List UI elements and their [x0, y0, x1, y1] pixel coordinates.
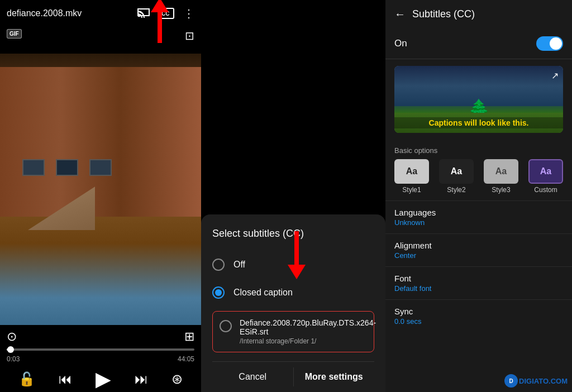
alignment-key: Alignment [394, 241, 563, 250]
subtitle-filename: Defiance.2008.720p.BluRay.DTS.x264-ESiR.… [240, 318, 376, 336]
dialog-panel: Select subtitles (CC) Off Closed caption… [201, 0, 385, 392]
playback-controls: 🔓 ⏮ ▶ ⏭ ⊛ [7, 367, 194, 391]
progress-thumb [7, 346, 14, 353]
subtitle-path: /Internal storage/Folder 1/ [240, 337, 376, 345]
screenshot-icon[interactable]: ⊙ [7, 329, 17, 344]
closed-caption-option[interactable]: Closed caption [212, 279, 374, 307]
watermark-text: DIGIATO.COM [519, 377, 568, 385]
font-row[interactable]: Font Default font [385, 266, 572, 299]
off-label: Off [233, 260, 245, 270]
style2-box: Aa [439, 159, 474, 184]
cc-arrow-indicator [151, 0, 169, 43]
time-row: 0:03 44:05 [7, 355, 194, 363]
custom-label: Custom [534, 186, 557, 194]
preview-caption-text: Captions will look like this. [394, 117, 563, 128]
expand-icon[interactable]: ↗ [551, 70, 559, 81]
languages-row[interactable]: Languages Unknown [385, 200, 572, 233]
style3-box: Aa [484, 159, 518, 184]
settings-panel: ← Subtitles (CC) On 🌲 Captions will look… [385, 0, 572, 392]
cancel-button[interactable]: Cancel [212, 362, 293, 392]
sync-row[interactable]: Sync 0.0 secs [385, 299, 572, 332]
closed-caption-label: Closed caption [233, 288, 293, 298]
subtitle-file-option[interactable]: Defiance.2008.720p.BluRay.DTS.x264-ESiR.… [212, 311, 374, 352]
dialog-actions: Cancel More settings [212, 361, 374, 392]
settings-title: Subtitles (CC) [412, 8, 475, 20]
alignment-row[interactable]: Alignment Center [385, 233, 572, 266]
languages-key: Languages [394, 208, 563, 217]
video-controls: ⊙ ⊞ 0:03 44:05 🔓 ⏮ ▶ ⏭ ⊛ [0, 325, 201, 392]
sync-key: Sync [394, 307, 563, 316]
more-options-button[interactable]: ⋮ [183, 7, 194, 20]
skip-forward-icon[interactable]: ⏭ [135, 371, 148, 387]
style1-label: Style1 [402, 186, 421, 194]
style-grid: Aa Style1 Aa Style2 Aa Style3 Aa Custom [385, 159, 572, 200]
custom-box: Aa [528, 159, 563, 184]
on-toggle-switch[interactable] [536, 36, 563, 51]
screen-fit-icon[interactable]: ⊡ [185, 29, 194, 42]
lock-icon[interactable]: 🔓 [18, 371, 35, 387]
sync-value: 0.0 secs [394, 317, 563, 326]
watermark: D DIGIATO.COM [504, 374, 568, 388]
style3-option[interactable]: Aa Style3 [484, 159, 518, 194]
video-title: defiance.2008.mkv [7, 8, 137, 18]
pip-icon[interactable]: ⊞ [184, 329, 194, 344]
on-toggle-row[interactable]: On [385, 28, 572, 59]
caption-preview-box: 🌲 Captions will look like this. ↗ [394, 66, 563, 133]
on-label: On [394, 38, 407, 49]
off-radio[interactable] [212, 259, 225, 271]
toggle-knob [550, 37, 562, 50]
subtitle-file-radio[interactable] [220, 320, 232, 332]
closed-caption-radio[interactable] [212, 286, 225, 299]
font-key: Font [394, 274, 563, 283]
progress-bar-container[interactable] [7, 348, 194, 351]
video-header: defiance.2008.mkv CC ⋮ [0, 0, 201, 27]
video-player-panel: defiance.2008.mkv CC ⋮ GIF ⊡ [0, 0, 201, 392]
more-settings-button[interactable]: More settings [294, 362, 375, 392]
font-value: Default font [394, 284, 563, 293]
skip-back-icon[interactable]: ⏮ [59, 371, 72, 387]
subtitle-file-info: Defiance.2008.720p.BluRay.DTS.x264-ESiR.… [240, 318, 376, 345]
back-button[interactable]: ← [394, 8, 406, 21]
basic-options-label: Basic options [385, 140, 572, 159]
custom-option[interactable]: Aa Custom [528, 159, 563, 194]
video-frame [0, 54, 201, 325]
style2-option[interactable]: Aa Style2 [439, 159, 474, 194]
total-time: 44:05 [178, 355, 194, 363]
control-icons-row: ⊙ ⊞ [7, 329, 194, 344]
cast-icon[interactable] [137, 8, 150, 18]
style2-label: Style2 [447, 186, 465, 194]
languages-value: Unknown [394, 218, 563, 227]
style3-label: Style3 [492, 186, 510, 194]
alignment-value: Center [394, 251, 563, 260]
watermark-logo: D [504, 374, 518, 388]
gif-badge: GIF [7, 29, 22, 39]
video-top-bar: GIF ⊡ [0, 27, 201, 54]
style1-option[interactable]: Aa Style1 [394, 159, 429, 194]
progress-track[interactable] [7, 348, 194, 351]
more-settings-arrow [288, 231, 306, 279]
audio-track-icon[interactable]: ⊛ [171, 371, 183, 387]
settings-header: ← Subtitles (CC) [385, 0, 572, 28]
play-button[interactable]: ▶ [96, 367, 111, 391]
radio-selected-indicator [215, 289, 222, 296]
current-time: 0:03 [7, 355, 20, 363]
subtitle-row: Defiance.2008.720p.BluRay.DTS.x264-ESiR.… [220, 318, 367, 345]
style1-box: Aa [394, 159, 429, 184]
